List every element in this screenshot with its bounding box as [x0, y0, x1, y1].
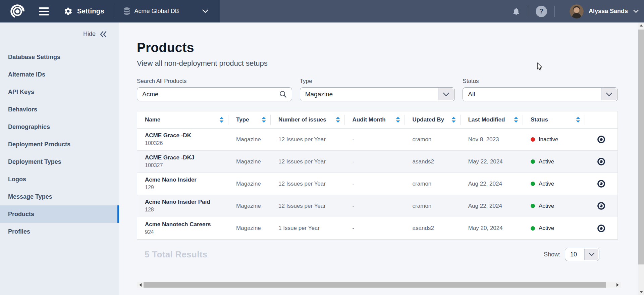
scroll-right-arrow[interactable]: [614, 282, 621, 288]
audit-month-cell: -: [345, 158, 405, 165]
search-input[interactable]: Acme: [137, 87, 292, 101]
view-product-button[interactable]: [585, 157, 618, 166]
column-header-last-modified[interactable]: Last Modified: [461, 111, 523, 128]
product-id: 924: [145, 229, 228, 236]
view-product-button[interactable]: [585, 135, 618, 144]
sidebar-item-label: Behaviors: [8, 106, 37, 113]
vertical-scrollbar[interactable]: [638, 22, 644, 295]
collapse-double-chevron-icon: [100, 31, 107, 38]
table-row[interactable]: Acme Nano Insider Paid128Magazine12 Issu…: [137, 195, 618, 217]
column-header-updated-by[interactable]: Updated By: [405, 111, 461, 128]
sidebar-item-message-types[interactable]: Message Types: [0, 188, 119, 205]
sidebar-item-behaviors[interactable]: Behaviors: [0, 101, 119, 118]
view-product-button[interactable]: [585, 202, 618, 210]
audit-month-cell: -: [345, 181, 405, 187]
type-value: Magazine: [300, 91, 438, 98]
eye-icon: [597, 157, 605, 166]
sidebar-item-label: Profiles: [8, 228, 30, 235]
sidebar-item-label: Message Types: [8, 193, 52, 200]
user-name: Alyssa Sands: [589, 8, 628, 15]
updated-by-cell: asands2: [405, 158, 461, 165]
table-row[interactable]: ACME Grace -DK100326Magazine12 Issues pe…: [137, 129, 618, 151]
product-name: ACME Grace -DK: [145, 132, 228, 140]
type-label: Type: [300, 78, 455, 85]
column-header-audit-month[interactable]: Audit Month: [345, 111, 405, 128]
sidebar-item-products[interactable]: Products: [0, 205, 119, 223]
app-logo-icon[interactable]: [10, 4, 25, 19]
database-selector[interactable]: Acme Global DB: [123, 7, 208, 16]
last-modified-cell: Aug 22, 2024: [461, 203, 523, 209]
search-label: Search All Products: [137, 78, 292, 85]
sidebar-item-label: Logos: [8, 176, 26, 183]
menu-hamburger-icon[interactable]: [39, 7, 49, 15]
sort-arrows-icon[interactable]: [576, 117, 580, 123]
sidebar-item-label: Demographics: [8, 124, 50, 131]
type-select[interactable]: Magazine: [300, 87, 455, 101]
notifications-bell-icon[interactable]: [512, 7, 521, 16]
table-footer: 5 Total Results Show: 10: [137, 248, 618, 261]
sort-arrows-icon[interactable]: [336, 117, 340, 123]
product-id: 128: [145, 206, 228, 213]
status-dot: [531, 159, 535, 164]
scroll-down-arrow[interactable]: [638, 289, 644, 295]
gear-icon: [64, 7, 73, 16]
status-label: Status: [463, 78, 618, 85]
column-header-number-of-issues[interactable]: Number of issues: [271, 111, 345, 128]
scroll-left-arrow[interactable]: [137, 282, 144, 288]
scroll-up-arrow[interactable]: [638, 22, 644, 29]
chevron-down-icon: [202, 9, 208, 13]
sort-arrows-icon[interactable]: [396, 117, 400, 123]
sidebar-item-label: Deployment Products: [8, 141, 70, 148]
status-cell: Active: [523, 225, 585, 232]
audit-month-cell: -: [345, 203, 405, 209]
sort-arrows-icon[interactable]: [514, 117, 518, 123]
sidebar-item-label: Database Settings: [8, 54, 60, 61]
topbar-divider: [114, 5, 114, 18]
view-product-button[interactable]: [585, 224, 618, 233]
column-header-type[interactable]: Type: [228, 111, 271, 128]
top-navbar: Settings Acme Global DB ?: [0, 0, 644, 22]
sidebar-item-label: Products: [8, 211, 34, 218]
sort-arrows-icon[interactable]: [219, 117, 224, 123]
column-header-label: Number of issues: [278, 116, 326, 123]
sidebar-item-label: Alternate IDs: [8, 71, 45, 78]
sidebar-item-alternate-ids[interactable]: Alternate IDs: [0, 66, 119, 83]
table-row[interactable]: ACME Grace -DKJ100327Magazine12 Issues p…: [137, 151, 618, 173]
horizontal-scrollbar-thumb[interactable]: [144, 282, 606, 288]
column-header-name[interactable]: Name: [137, 111, 228, 128]
column-header-status[interactable]: Status: [523, 111, 585, 128]
sidebar-hide-button[interactable]: Hide: [0, 22, 119, 40]
audit-month-cell: -: [345, 136, 405, 143]
vertical-scrollbar-thumb[interactable]: [638, 30, 644, 264]
updated-by-cell: cramon: [405, 203, 461, 209]
search-icon[interactable]: [279, 90, 292, 98]
chevron-down-icon[interactable]: [438, 88, 454, 100]
help-icon[interactable]: ?: [536, 6, 547, 17]
status-select[interactable]: All: [463, 87, 618, 101]
settings-nav[interactable]: Settings: [64, 7, 104, 16]
page-size-select[interactable]: 10: [565, 248, 599, 261]
chevron-down-icon[interactable]: [633, 10, 639, 13]
sidebar-item-deployment-products[interactable]: Deployment Products: [0, 136, 119, 153]
sidebar-item-profiles[interactable]: Profiles: [0, 223, 119, 240]
page-size-control: Show: 10: [544, 248, 599, 261]
sort-arrows-icon[interactable]: [451, 117, 456, 123]
sidebar-item-label: Deployment Types: [8, 158, 61, 165]
sidebar-item-logos[interactable]: Logos: [0, 170, 119, 188]
column-header-label: Name: [145, 116, 160, 123]
user-avatar[interactable]: [570, 4, 584, 18]
column-header-label: Last Modified: [468, 116, 505, 123]
sidebar-item-deployment-types[interactable]: Deployment Types: [0, 153, 119, 170]
last-modified-cell: Nov 8, 2023: [461, 136, 523, 143]
sidebar-item-database-settings[interactable]: Database Settings: [0, 48, 119, 66]
view-product-button[interactable]: [585, 180, 618, 188]
table-row[interactable]: Acme Nano Insider129Magazine12 Issues pe…: [137, 173, 618, 195]
sidebar-item-api-keys[interactable]: API Keys: [0, 83, 119, 101]
chevron-down-icon[interactable]: [584, 249, 598, 260]
sidebar-item-demographics[interactable]: Demographics: [0, 118, 119, 136]
product-name: Acme Nano Insider Paid: [145, 198, 228, 206]
horizontal-scrollbar[interactable]: [137, 282, 621, 288]
table-row[interactable]: Acme Nanotech Careers924Magazine1 Issue …: [137, 217, 618, 239]
sort-arrows-icon[interactable]: [262, 117, 266, 123]
chevron-down-icon[interactable]: [601, 88, 617, 100]
